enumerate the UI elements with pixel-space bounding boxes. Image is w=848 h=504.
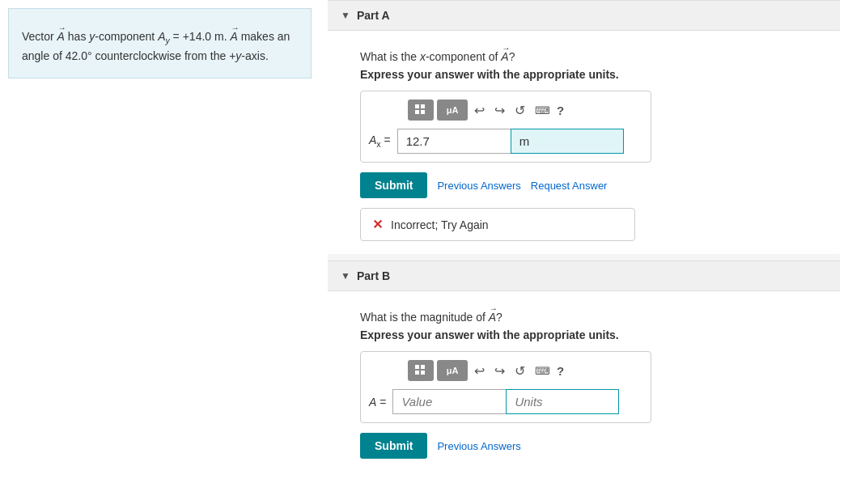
part-b-express: Express your answer with the appropriate… bbox=[360, 328, 808, 341]
grid-button-a[interactable] bbox=[408, 100, 434, 121]
undo-button-b[interactable]: ↩ bbox=[471, 362, 488, 380]
part-a-label: Part A bbox=[357, 9, 390, 22]
refresh-button-a[interactable]: ↺ bbox=[511, 101, 528, 120]
x-italic: x bbox=[420, 50, 426, 63]
part-a-toolbar: μA ↩ ↪ ↺ ⌨ ? bbox=[369, 100, 642, 121]
part-b-submit-button[interactable]: Submit bbox=[360, 433, 427, 459]
part-a-input-label: Ax = bbox=[369, 133, 391, 149]
part-a-submit-button[interactable]: Submit bbox=[360, 172, 427, 198]
part-b-arrow-icon: ▼ bbox=[341, 270, 350, 282]
part-b-input-row: A = bbox=[369, 389, 642, 414]
main-content: ▼ Part A What is the x-component of →A? … bbox=[320, 0, 848, 504]
help-button-b[interactable]: ? bbox=[557, 364, 564, 378]
part-a-error-box: ✕ Incorrect; Try Again bbox=[360, 208, 635, 241]
mu-button-a[interactable]: μA bbox=[437, 100, 468, 121]
svg-rect-7 bbox=[421, 371, 425, 375]
svg-rect-0 bbox=[415, 104, 419, 108]
part-b-question: What is the magnitude of →A? bbox=[360, 304, 808, 324]
svg-rect-1 bbox=[421, 104, 425, 108]
vector-A-symbol2: →A bbox=[230, 22, 237, 45]
svg-rect-2 bbox=[415, 110, 419, 114]
part-a-value-input[interactable] bbox=[397, 129, 511, 154]
sidebar-text: Vector →A has y-component Ay = +14.0 m. … bbox=[22, 30, 290, 62]
refresh-button-b[interactable]: ↺ bbox=[511, 362, 528, 380]
part-b-toolbar: μA ↩ ↪ ↺ ⌨ ? bbox=[369, 360, 642, 381]
part-b-value-input[interactable] bbox=[392, 389, 506, 414]
part-b-input-label: A = bbox=[369, 396, 386, 409]
part-a-answer-box: μA ↩ ↪ ↺ ⌨ ? Ax = bbox=[360, 91, 651, 163]
help-button-a[interactable]: ? bbox=[557, 104, 564, 117]
error-icon: ✕ bbox=[372, 217, 383, 232]
y-axis-label: y bbox=[235, 49, 241, 62]
part-a-units-input[interactable] bbox=[511, 129, 624, 154]
svg-rect-3 bbox=[421, 110, 425, 114]
keyboard-button-b[interactable]: ⌨ bbox=[532, 363, 553, 379]
part-b-answer-box: μA ↩ ↪ ↺ ⌨ ? A = bbox=[360, 351, 651, 423]
part-a-section: ▼ Part A What is the x-component of →A? … bbox=[328, 0, 840, 254]
part-a-error-text: Incorrect; Try Again bbox=[391, 218, 489, 231]
part-b-submit-row: Submit Previous Answers bbox=[360, 433, 808, 459]
part-a-input-row: Ax = bbox=[369, 129, 642, 154]
redo-button-a[interactable]: ↪ bbox=[491, 101, 508, 120]
undo-button-a[interactable]: ↩ bbox=[471, 101, 488, 120]
part-b-content: What is the magnitude of →A? Express you… bbox=[328, 291, 840, 481]
part-a-arrow-icon: ▼ bbox=[341, 10, 350, 21]
part-a-request-answer-link[interactable]: Request Answer bbox=[531, 180, 608, 192]
part-a-express: Express your answer with the appropriate… bbox=[360, 68, 808, 81]
part-a-submit-row: Submit Previous Answers Request Answer bbox=[360, 172, 808, 198]
part-b-previous-answers-link[interactable]: Previous Answers bbox=[437, 440, 520, 452]
vector-A-b-question: →A bbox=[489, 304, 496, 324]
svg-rect-4 bbox=[415, 365, 419, 369]
part-a-header[interactable]: ▼ Part A bbox=[328, 0, 840, 31]
sidebar-info: Vector →A has y-component Ay = +14.0 m. … bbox=[8, 8, 312, 78]
part-b-units-input[interactable] bbox=[506, 389, 619, 414]
Ay-label: Ay bbox=[158, 30, 170, 43]
svg-rect-5 bbox=[421, 365, 425, 369]
vector-A-symbol: →A bbox=[57, 22, 65, 45]
part-b-header[interactable]: ▼ Part B bbox=[328, 260, 840, 291]
y-italic: y bbox=[89, 30, 95, 43]
part-a-content: What is the x-component of →A? Express y… bbox=[328, 31, 840, 254]
part-divider bbox=[328, 254, 840, 260]
part-a-previous-answers-link[interactable]: Previous Answers bbox=[437, 180, 520, 192]
mu-button-b[interactable]: μA bbox=[437, 360, 468, 381]
part-b-section: ▼ Part B What is the magnitude of →A? Ex… bbox=[328, 260, 840, 481]
keyboard-button-a[interactable]: ⌨ bbox=[532, 103, 553, 118]
redo-button-b[interactable]: ↪ bbox=[491, 362, 508, 380]
part-a-question: What is the x-component of →A? bbox=[360, 44, 808, 63]
vector-A-question: →A bbox=[501, 44, 508, 63]
grid-button-b[interactable] bbox=[408, 360, 434, 381]
part-b-label: Part B bbox=[357, 269, 390, 282]
svg-rect-6 bbox=[415, 371, 419, 375]
